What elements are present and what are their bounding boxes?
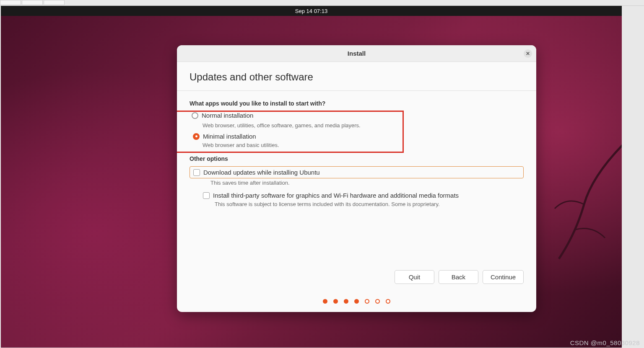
pager-dot[interactable] [365,299,369,304]
host-tab[interactable] [44,0,65,5]
download-updates-option[interactable]: Download updates while installing Ubuntu [190,166,524,178]
download-updates-desc: This saves time after installation. [210,180,524,186]
host-tab[interactable] [0,0,21,5]
pager-dot[interactable] [333,299,338,304]
checkbox-unchecked-icon [193,169,200,176]
back-button[interactable]: Back [439,270,478,284]
minimal-install-desc: Web browser and basic utilities. [203,142,388,148]
apps-question: What apps would you like to install to s… [190,100,524,107]
installer-dialog: Install ✕ Updates and other software Wha… [177,45,536,312]
download-updates-label: Download updates while installing Ubuntu [203,169,320,176]
button-row: Quit Back Continue [190,270,524,284]
close-icon: ✕ [526,51,530,57]
minimal-install-option[interactable]: Minimal installation [193,132,388,141]
page-heading: Updates and other software [190,71,524,83]
quit-button[interactable]: Quit [395,270,434,284]
pager-dot[interactable] [375,299,380,304]
close-button[interactable]: ✕ [524,49,532,58]
host-tab[interactable] [22,0,43,5]
checkbox-unchecked-icon [203,192,210,199]
divider [177,90,536,91]
thirdparty-option[interactable]: Install third-party software for graphic… [203,191,524,200]
vm-screen: Sep 14 07:13 Install ✕ Updates and other… [1,6,622,348]
pager-dot[interactable] [354,299,359,304]
pager-dot[interactable] [386,299,390,304]
annotation-highlight: Web browser, utilities, office software,… [177,111,404,153]
watermark: CSDN @m0_58030928 [570,339,640,346]
radio-selected-icon [193,133,200,140]
gnome-top-bar: Sep 14 07:13 [1,6,622,16]
wallpaper-decoration [542,142,622,267]
dialog-title: Install [348,50,366,57]
continue-button[interactable]: Continue [483,270,524,284]
normal-install-desc: Web browser, utilities, office software,… [203,122,388,129]
desktop-background: Install ✕ Updates and other software Wha… [1,16,622,348]
host-toolbar [0,0,644,6]
minimal-install-label: Minimal installation [203,133,256,140]
other-options-heading: Other options [190,155,524,162]
pager-dot[interactable] [344,299,348,304]
progress-dots [177,291,536,312]
thirdparty-label: Install third-party software for graphic… [213,192,459,199]
clock-label: Sep 14 07:13 [295,8,327,14]
dialog-titlebar: Install ✕ [177,45,536,62]
pager-dot[interactable] [323,299,327,304]
thirdparty-desc: This software is subject to license term… [215,201,524,207]
